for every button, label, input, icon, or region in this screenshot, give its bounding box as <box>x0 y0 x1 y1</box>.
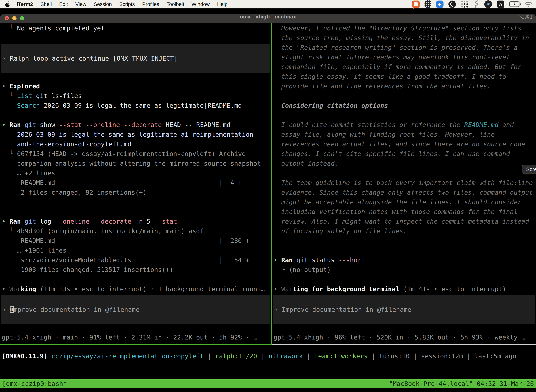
terminal-row <box>0 73 271 83</box>
text-segment: --oneline <box>86 121 120 128</box>
text-segment: | <box>410 352 421 360</box>
text-segment: changes, I can't cite specific file line… <box>274 150 510 157</box>
menu-item-shell[interactable]: Shell <box>40 1 52 7</box>
thinking-paragraph-line: output instead. <box>272 160 536 169</box>
diffstat-summary-line: 2 files changed, 92 insertions(+) <box>0 189 271 198</box>
terminal-row <box>272 112 536 121</box>
menu-item-window[interactable]: Window <box>191 1 210 7</box>
text-segment <box>293 257 297 264</box>
dots-grid-icon[interactable] <box>461 0 469 8</box>
terminal-row <box>0 276 271 285</box>
menu-item-toolbelt[interactable]: Toolbelt <box>167 1 184 7</box>
text-segment: team:1 workers <box>314 352 368 360</box>
menu-item-profiles[interactable]: Profiles <box>142 1 159 7</box>
text-segment: last:5m ago <box>474 352 516 360</box>
text-segment: | <box>204 352 215 360</box>
battery-icon[interactable] <box>509 1 519 7</box>
text-segment: 5 <box>143 218 154 225</box>
text-segment: Improve documentation in @filename <box>282 306 411 313</box>
left-agent-pane[interactable]: └ No agents completed yet› Ralph loop ac… <box>0 23 271 345</box>
text-segment: slight risk that future readers may over… <box>274 54 510 61</box>
menu-item-help[interactable]: Help <box>217 1 228 7</box>
text-segment: Considering citation options <box>274 102 388 109</box>
wifi-icon[interactable] <box>524 1 532 8</box>
ran-git-log-line: • Ran git log --oneline --decorate -n 5 … <box>0 218 271 227</box>
text-segment: • <box>2 121 9 128</box>
text-segment: gpt-5.4 xhigh · main · 91% left · 2.31M … <box>2 334 257 341</box>
squiggle-icon[interactable] <box>474 0 479 8</box>
text-segment: the source tree, missing the essay. Stil… <box>274 34 529 42</box>
menu-item-view[interactable]: View <box>75 1 86 7</box>
menu-item-scripts[interactable]: Scripts <box>119 1 135 7</box>
text-segment <box>82 121 86 128</box>
command-arg-wrap-line: 2026-03-09-is-legal-the-same-as-legitima… <box>0 131 271 140</box>
right-model-status-line: gpt-5.4 xhigh · 96% left · 520K in · 5.8… <box>272 334 536 343</box>
letter-a-icon[interactable]: A <box>497 0 504 8</box>
terminal-row <box>0 208 271 218</box>
text-segment: and <box>498 121 514 128</box>
title-bar[interactable]: omx --xhigh --madmax ⌥⌘1 <box>0 14 536 23</box>
apple-menu-icon[interactable] <box>5 1 10 7</box>
text-segment <box>48 352 51 360</box>
left-model-status-line: gpt-5.4 xhigh · main · 91% left · 2.31M … <box>0 334 271 343</box>
terminal-row <box>0 198 271 208</box>
text-segment <box>2 102 17 109</box>
right-agent-pane[interactable]: However, I noticed the "Directory Struct… <box>272 23 536 345</box>
text-segment: README.md <box>2 179 55 186</box>
diffstat-line: README.md| 280 + <box>0 237 271 247</box>
text-segment: --short <box>339 257 365 264</box>
truncated-lines-note: … +1901 lines <box>0 247 271 257</box>
text-segment: ultrawork <box>268 352 303 360</box>
text-segment: (1m 41s • esc to interrupt) <box>399 285 506 293</box>
thinking-paragraph-line: including verification notes with those … <box>272 208 536 218</box>
thinking-paragraph-line: might be acceptable alongside the file l… <box>272 198 536 208</box>
text-segment: • <box>2 218 9 225</box>
text-segment: Search <box>17 102 40 109</box>
menu-bar: iTerm2 Shell Edit View Session Scripts P… <box>0 0 536 9</box>
no-output-line: └ (no output) <box>272 266 536 276</box>
text-segment: README.md <box>464 121 498 128</box>
thinking-paragraph-line: provide file and line references from th… <box>272 83 536 92</box>
text-segment: However, I noticed the "Directory Struct… <box>274 25 522 32</box>
tmux-session-label[interactable]: [omx-cczip0:bash* <box>2 380 67 387</box>
menu-item-iterm2[interactable]: iTerm2 <box>17 1 33 7</box>
text-segment: › <box>2 55 10 62</box>
text-segment: 1903 files changed, 513517 insertions(+) <box>2 266 173 273</box>
screen-overlay-pill[interactable]: Scre <box>522 165 536 174</box>
text-segment: Ran <box>9 218 21 225</box>
text-segment: List <box>17 92 32 99</box>
text-segment: companion file, especially if more comme… <box>274 63 522 70</box>
ralph-injected-message-box[interactable]: › Ralph loop active continue [OMX_TMUX_I… <box>1 44 270 73</box>
battery-61-badge-icon[interactable]: ..61 <box>484 0 492 8</box>
text-segment: evidence. Since this change only affects… <box>274 189 533 196</box>
ran-git-show-line: • Ran git show --stat --oneline --decora… <box>0 121 271 131</box>
git-show-output-line: └ 067f154 (HEAD -> essay/ai-reimplementa… <box>0 150 271 160</box>
menu-item-session[interactable]: Session <box>94 1 112 7</box>
text-segment: --decorate <box>124 121 162 128</box>
thinking-paragraph-line: of focusing solely on file lines. <box>272 227 536 237</box>
git-log-output-line: └ 4b9d30f (origin/main, instructkr/main,… <box>0 227 271 237</box>
text-segment: cczip/essay/ai-reimplementation-copyleft <box>51 352 204 360</box>
crescent-icon[interactable] <box>448 0 456 8</box>
text-segment: 2026-03-09-is-legal-the-same-as-legitima… <box>2 131 257 138</box>
text-segment: | <box>257 352 268 360</box>
text-segment: the "Related research writing" section i… <box>274 44 517 51</box>
badge-61-label: ..61 <box>486 3 491 6</box>
terminal-row <box>0 112 271 121</box>
text-segment: README.md <box>2 237 55 244</box>
text-segment: [OMX#0.11.9] <box>2 352 48 360</box>
right-composer-input[interactable]: › Improve documentation in @filename <box>273 295 535 324</box>
text-segment: and-the-erosion-of-copyleft.md <box>2 140 131 148</box>
terminal: └ No agents completed yet› Ralph loop ac… <box>0 23 536 392</box>
left-composer-input[interactable]: › Improve documentation in @filename <box>1 295 270 324</box>
keypad-shield-icon[interactable] <box>425 0 431 8</box>
text-segment: 2 files changed, 92 insertions(+) <box>2 189 147 196</box>
bolt-badge-icon[interactable] <box>436 0 444 8</box>
menu-item-edit[interactable]: Edit <box>59 1 68 7</box>
thinking-paragraph-line: The team guideline is to back every impo… <box>272 179 536 189</box>
text-segment <box>90 218 93 225</box>
git-show-output-line: companion analysis without altering the … <box>0 160 271 169</box>
text-segment: | 54 + <box>219 257 249 264</box>
status-icons: ..61 A <box>407 0 536 8</box>
chat-icon[interactable] <box>412 0 420 8</box>
